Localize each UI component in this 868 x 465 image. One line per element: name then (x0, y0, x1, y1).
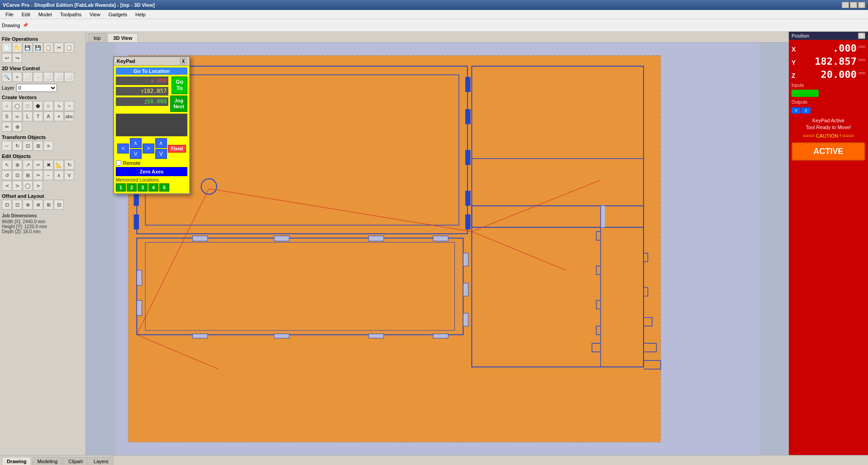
zoom-out-btn[interactable]: - (33, 72, 43, 82)
close-btn[interactable]: X (858, 2, 865, 8)
menu-toolpaths[interactable]: Toolpaths (57, 11, 85, 18)
tab-3d[interactable]: 3D View (107, 33, 138, 42)
select-btn[interactable]: ↖ (2, 160, 12, 170)
copy-btn[interactable]: 📋 (64, 43, 74, 53)
wave-btn[interactable]: ~ (64, 101, 74, 111)
layer-select[interactable]: 0 (16, 84, 57, 92)
mirror-btn[interactable]: ⊞ (33, 141, 43, 151)
minus-btn[interactable]: − (43, 170, 53, 180)
plus-btn[interactable]: ⊕ (12, 122, 22, 132)
mem-btn-4[interactable]: 4 (148, 183, 158, 192)
spiral-btn[interactable]: ∞ (12, 111, 22, 121)
grid-btn[interactable]: ⊞ (43, 200, 53, 210)
zoom-box-btn[interactable]: ⬜ (23, 72, 33, 82)
text-btn[interactable]: T (33, 111, 43, 121)
window-controls[interactable]: _ □ X (842, 2, 865, 8)
maximize-btn[interactable]: □ (850, 2, 857, 8)
bottom-tab-drawing[interactable]: Drawing (2, 457, 31, 465)
position-close-btn[interactable]: X (858, 33, 865, 39)
arrow-right-btn[interactable]: > (143, 144, 154, 153)
rotate-btn[interactable]: ↻ (12, 141, 22, 151)
lt-btn[interactable]: ≺ (2, 181, 12, 191)
open-btn[interactable]: 📁 (12, 43, 22, 53)
layout-btn[interactable]: ⊡ (12, 200, 22, 210)
keypad-active-line1: KeyPad Active (792, 117, 865, 124)
view-all-btn[interactable]: ⬜ (43, 72, 53, 82)
mem-btn-1[interactable]: 1 (116, 183, 126, 192)
arrow-left-btn[interactable]: < (117, 144, 129, 153)
node-btn[interactable]: ⊕ (12, 160, 22, 170)
keypad-close-btn[interactable]: X (180, 58, 186, 64)
tab-top[interactable]: top (88, 33, 106, 42)
canvas-viewport[interactable]: KeyPad X Go To Location X .000 Y (86, 43, 789, 455)
mem-btn-5[interactable]: 5 (159, 183, 169, 192)
line-btn[interactable]: L (23, 111, 33, 121)
import-btn[interactable]: 📋 (43, 43, 53, 53)
align-btn[interactable]: ≡ (43, 141, 53, 151)
mem-btn-3[interactable]: 3 (138, 183, 148, 192)
abc-btn[interactable]: abc (64, 111, 74, 121)
star-btn[interactable]: ☆ (43, 101, 53, 111)
circle-btn[interactable]: ○ (2, 101, 12, 111)
ungroup-btn[interactable]: ⊞ (23, 170, 33, 180)
weld-btn[interactable]: ↗ (23, 160, 33, 170)
minimize-btn[interactable]: _ (842, 2, 849, 8)
arrow-center-btn[interactable]: V (130, 149, 142, 159)
arrow-right-down-btn[interactable]: V (155, 149, 167, 159)
fixed-button[interactable]: Fixed (168, 145, 186, 153)
delete-btn[interactable]: ✖ (43, 160, 53, 170)
menu-model[interactable]: Model (35, 11, 56, 18)
save-as-btn[interactable]: 💾 (33, 43, 43, 53)
v-btn[interactable]: V (64, 170, 74, 180)
bottom-tab-clipart[interactable]: Clipart (63, 457, 88, 465)
new-btn[interactable]: 📄 (2, 43, 12, 53)
redo-btn[interactable]: ↪ (12, 53, 22, 63)
undo-btn[interactable]: ↩ (2, 53, 12, 63)
active-button[interactable]: ACTIVE (792, 142, 865, 161)
group-btn[interactable]: ⊡ (12, 170, 22, 180)
gt-btn[interactable]: ≻ (12, 181, 22, 191)
cross-btn[interactable]: ⌖ (54, 111, 64, 121)
draw-btn[interactable]: ✏ (2, 122, 12, 132)
circle2-btn[interactable]: ◯ (23, 181, 33, 191)
trim-btn[interactable]: ✂ (33, 160, 43, 170)
curve-btn[interactable]: ∿ (54, 101, 64, 111)
up-btn[interactable]: ∧ (54, 170, 64, 180)
menu-gadgets[interactable]: Gadgets (105, 11, 131, 18)
zoom-in-btn[interactable]: + (12, 72, 22, 82)
ellipse-btn[interactable]: ◯ (12, 101, 22, 111)
rotate2-btn[interactable]: ↻ (64, 160, 74, 170)
goto-button[interactable]: GoTo (172, 77, 187, 94)
menu-help[interactable]: Help (132, 11, 149, 18)
menu-file[interactable]: File (2, 11, 17, 18)
rect-btn[interactable]: □ (23, 101, 33, 111)
spline-btn[interactable]: S (2, 111, 12, 121)
zoom-extents-btn[interactable]: 🔍 (2, 72, 12, 82)
zero-axes-button[interactable]: Zero Axes (116, 167, 187, 176)
tab-btn[interactable]: ⊟ (54, 200, 64, 210)
mem-btn-2[interactable]: 2 (127, 183, 137, 192)
arrow-right-up-btn[interactable]: ∧ (155, 138, 167, 148)
cut-btn[interactable]: ✂ (54, 43, 64, 53)
arc-text-btn[interactable]: A (43, 111, 53, 121)
nest-btn[interactable]: ⊕ (23, 200, 33, 210)
bottom-tab-layers[interactable]: Layers (89, 457, 114, 465)
bottom-tab-modeling[interactable]: Modeling (32, 457, 62, 465)
polygon-btn[interactable]: ⬟ (33, 101, 43, 111)
menu-edit[interactable]: Edit (18, 11, 34, 18)
save-btn[interactable]: 💾 (23, 43, 33, 53)
arrow-up-btn[interactable]: ∧ (130, 138, 142, 148)
gt2-btn[interactable]: ≻ (33, 181, 43, 191)
view-grid-btn[interactable]: ⬜ (64, 72, 74, 82)
scissors-btn[interactable]: ✂ (33, 170, 43, 180)
view-sel-btn[interactable]: ⬜ (54, 72, 64, 82)
measure-btn[interactable]: 📐 (54, 160, 64, 170)
flip-btn[interactable]: ↺ (2, 170, 12, 180)
remote-checkbox[interactable] (116, 160, 121, 166)
jog-next-button[interactable]: JogNext (170, 96, 187, 112)
array-btn[interactable]: ⊕ (33, 200, 43, 210)
scale-btn[interactable]: ⊡ (23, 141, 33, 151)
move-btn[interactable]: ↔ (2, 141, 12, 151)
menu-view[interactable]: View (86, 11, 104, 18)
offset-btn[interactable]: ⊡ (2, 200, 12, 210)
